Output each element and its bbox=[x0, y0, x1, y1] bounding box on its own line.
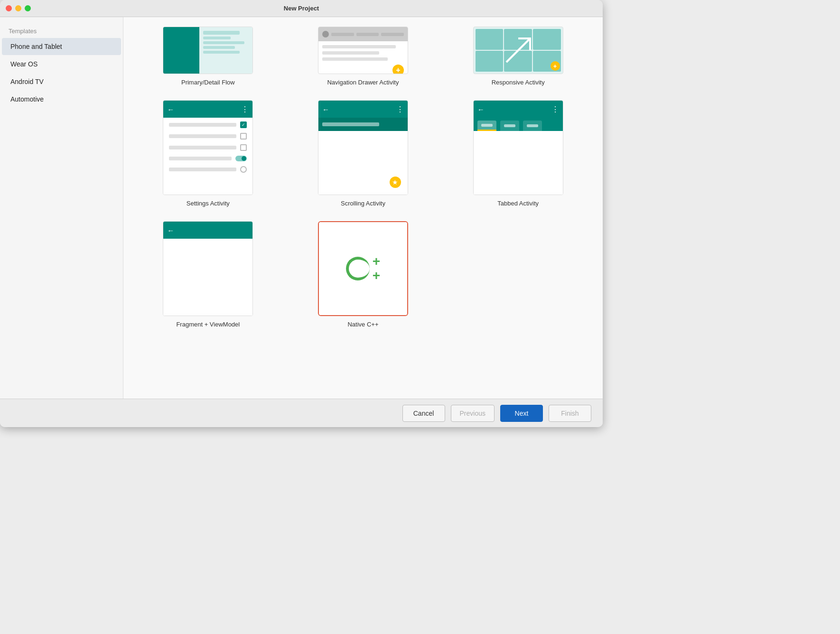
settings-checkbox-checked: ✓ bbox=[240, 121, 247, 128]
settings-radio bbox=[240, 166, 247, 173]
template-preview-scrolling: ← ⋮ ★ bbox=[318, 100, 408, 195]
cancel-button[interactable]: Cancel bbox=[402, 405, 445, 422]
template-label-settings: Settings Activity bbox=[187, 200, 230, 207]
minimize-button[interactable] bbox=[15, 5, 21, 11]
template-card-tabbed[interactable]: ← ⋮ bbox=[448, 100, 588, 207]
sidebar: Templates Phone and Tablet Wear OS Andro… bbox=[0, 17, 123, 399]
template-grid-empty bbox=[448, 221, 588, 328]
scrolling-star-badge: ★ bbox=[390, 177, 401, 188]
fragment-back-icon: ← bbox=[167, 226, 174, 234]
scrolling-dots-icon: ⋮ bbox=[396, 105, 404, 114]
sidebar-item-android-tv[interactable]: Android TV bbox=[2, 73, 121, 90]
cpp-c-shape bbox=[346, 257, 370, 280]
template-label-fragment: Fragment + ViewModel bbox=[176, 321, 240, 328]
template-preview-fragment: ← bbox=[163, 221, 253, 316]
previous-button[interactable]: Previous bbox=[451, 405, 495, 422]
svg-line-0 bbox=[506, 38, 530, 62]
template-label-responsive: Responsive Activity bbox=[492, 79, 545, 86]
sidebar-section-label: Templates bbox=[0, 22, 123, 37]
main-content: Templates Phone and Tablet Wear OS Andro… bbox=[0, 17, 603, 399]
template-label-nav-drawer: Navigation Drawer Activity bbox=[327, 79, 399, 86]
window-controls[interactable] bbox=[6, 5, 31, 11]
tabbed-dots-icon: ⋮ bbox=[551, 105, 559, 114]
template-preview-nav-drawer: + bbox=[318, 27, 408, 74]
template-grid-area: Primary/Detail Flow + bbox=[123, 17, 603, 399]
finish-button[interactable]: Finish bbox=[549, 405, 591, 422]
template-preview-settings: ← ⋮ ✓ bbox=[163, 100, 253, 195]
scrolling-back-icon: ← bbox=[322, 105, 329, 113]
tabbed-back-icon: ← bbox=[477, 105, 485, 113]
cpp-plus1-icon: + bbox=[373, 255, 380, 268]
template-card-nav-drawer-partial[interactable]: + Navigation Drawer Activity bbox=[293, 27, 434, 86]
template-card-native-cpp[interactable]: + + Native C++ bbox=[293, 221, 434, 328]
template-card-fragment-viewmodel[interactable]: ← Fragment + ViewModel bbox=[138, 221, 279, 328]
template-card-responsive-partial[interactable]: + Responsive Activity bbox=[448, 27, 588, 86]
title-bar: New Project bbox=[0, 0, 603, 17]
template-label-scrolling: Scrolling Activity bbox=[341, 200, 385, 207]
close-button[interactable] bbox=[6, 5, 12, 11]
sidebar-item-phone-tablet[interactable]: Phone and Tablet bbox=[2, 38, 121, 55]
settings-checkbox-empty2 bbox=[240, 144, 247, 151]
template-label-tabbed: Tabbed Activity bbox=[497, 200, 539, 207]
template-preview-native-cpp: + + bbox=[318, 221, 408, 316]
template-preview-primary-detail bbox=[163, 27, 253, 74]
settings-dots-icon: ⋮ bbox=[241, 105, 249, 114]
settings-toggle bbox=[235, 156, 247, 161]
template-grid-row2: ← ⋮ ✓ bbox=[138, 100, 588, 207]
cpp-plus2-icon: + bbox=[373, 269, 380, 282]
settings-back-arrow-icon: ← bbox=[167, 105, 174, 113]
template-label-primary-detail: Primary/Detail Flow bbox=[181, 79, 235, 86]
template-label-native-cpp: Native C++ bbox=[347, 321, 378, 328]
template-card-settings[interactable]: ← ⋮ ✓ bbox=[138, 100, 279, 207]
template-grid-row3: ← Fragment + ViewModel + + bbox=[138, 221, 588, 328]
maximize-button[interactable] bbox=[25, 5, 31, 11]
sidebar-item-wear-os[interactable]: Wear OS bbox=[2, 56, 121, 73]
template-preview-tabbed: ← ⋮ bbox=[473, 100, 563, 195]
template-card-primary-detail-partial[interactable]: Primary/Detail Flow bbox=[138, 27, 279, 86]
settings-checkbox-empty bbox=[240, 133, 247, 140]
next-button[interactable]: Next bbox=[500, 405, 543, 422]
template-preview-responsive: + bbox=[473, 27, 563, 74]
partial-top-row: Primary/Detail Flow + bbox=[138, 27, 588, 86]
window-title: New Project bbox=[284, 5, 319, 12]
sidebar-item-automotive[interactable]: Automotive bbox=[2, 91, 121, 108]
bottom-bar: Cancel Previous Next Finish bbox=[0, 399, 603, 427]
template-card-scrolling[interactable]: ← ⋮ ★ Scrolling Activity bbox=[293, 100, 434, 207]
